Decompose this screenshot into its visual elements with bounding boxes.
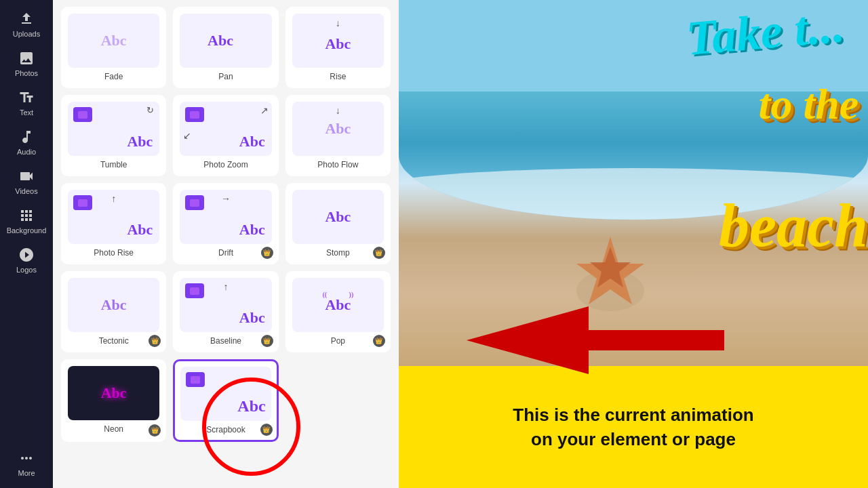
photozoom-arrow-icon: ↗ [260,105,269,116]
photozoom-photo-icon [185,107,204,122]
anim-name-neon: Neon [104,424,123,434]
animations-grid: Abc Fade Abc Pan ↓ Abc Rise [61,7,391,442]
anim-abc-drift: Abc [239,221,265,239]
anim-card-stomp[interactable]: Abc 👑 Stomp [285,183,391,264]
anim-card-neon[interactable]: Abc 👑 Neon [61,359,166,442]
anim-name-rise: Rise [330,72,346,81]
drift-crown-badge: 👑 [261,247,273,259]
anim-abc-rise: Abc [325,35,351,53]
baseline-arrow-icon: ↑ [223,281,228,292]
anim-abc-fade: Abc [101,32,127,49]
sidebar-logos-label: Logos [16,266,37,274]
anim-abc-pop: Abc (( )) [325,296,351,314]
neon-crown-badge: 👑 [149,424,161,436]
anim-name-photozoom: Photo Zoom [203,160,248,169]
anim-card-rise[interactable]: ↓ Abc Rise [285,7,391,88]
sidebar-item-videos[interactable]: Videos [2,163,51,201]
anim-name-tectonic: Tectonic [99,336,129,346]
anim-thumbnail-baseline: ↑ Abc [180,278,271,332]
animations-panel: Abc Fade Abc Pan ↓ Abc Rise [53,0,399,488]
photoflow-arrow-icon: ↓ [336,105,340,116]
canvas-text-to-the: to the [759,81,859,128]
anim-card-fade[interactable]: Abc Fade [61,7,166,88]
sidebar-item-more[interactable]: More [2,445,51,483]
sidebar: Uploads Photos Text Audio Videos Backgro… [0,0,53,488]
sidebar-background-label: Background [7,226,47,235]
more-icon [18,450,35,466]
anim-thumbnail-photoflow: ↓ Abc [292,102,384,156]
sidebar-item-uploads[interactable]: Uploads [2,5,51,43]
sidebar-item-text[interactable]: Text [2,84,51,122]
anim-card-baseline[interactable]: ↑ Abc 👑 Baseline [173,271,278,352]
anim-thumbnail-neon: Abc [68,366,159,420]
sidebar-item-audio[interactable]: Audio [2,123,51,161]
animations-grid-container: Abc Fade Abc Pan ↓ Abc Rise [53,0,399,488]
sidebar-audio-label: Audio [17,148,36,156]
photorise-arrow-icon: ↑ [111,193,116,204]
photorise-photo-icon [73,195,92,210]
tumble-rotate-icon: ↻ [146,105,154,115]
anim-abc-photorise: Abc [127,221,153,239]
anim-card-drift[interactable]: → Abc 👑 Drift [173,183,278,264]
anim-abc-photozoom: Abc [239,133,265,150]
videos-icon [18,168,35,184]
anim-abc-pan: Abc [208,32,233,49]
anim-card-pop[interactable]: Abc (( )) 👑 Pop [285,271,391,352]
anim-thumbnail-stomp: Abc [292,190,384,244]
anim-card-photorise[interactable]: ↑ Abc Photo Rise [61,183,166,264]
anim-thumbnail-rise: ↓ Abc [292,14,384,68]
upload-icon [18,11,35,27]
tumble-photo-icon [73,107,92,122]
anim-card-tectonic[interactable]: Abc 👑 Tectonic [61,271,166,352]
logos-icon [18,247,35,263]
anim-name-pan: Pan [218,72,233,81]
canvas-area: Take t... to the beach This is the curre… [399,0,868,488]
tectonic-crown-badge: 👑 [149,335,161,347]
sidebar-more-label: More [18,469,35,477]
anim-card-scrapbook[interactable]: Abc 👑 Scrapbook [173,359,278,442]
canvas-preview: Take t... to the beach [399,0,868,366]
photos-icon [18,50,35,66]
drift-arrow-icon: → [221,193,231,204]
anim-card-photozoom[interactable]: ↗ Abc ↙ Photo Zoom [173,95,278,176]
sidebar-uploads-label: Uploads [13,30,40,38]
anim-name-stomp: Stomp [326,248,350,258]
anim-name-photoflow: Photo Flow [317,160,358,169]
anim-abc-scrapbook: Abc [237,397,265,415]
canvas-text-beach: beach [719,190,868,260]
scrapbook-photo-icon [186,372,205,387]
anim-abc-neon: Abc [101,384,127,402]
anim-thumbnail-tumble: Abc ↻ [68,102,159,156]
photozoom-arrow-bl-icon: ↙ [183,130,191,141]
background-icon [18,207,35,224]
anim-name-tumble: Tumble [100,160,127,169]
anim-thumbnail-photozoom: ↗ Abc ↙ [180,102,271,156]
sidebar-videos-label: Videos [15,187,37,195]
anim-thumbnail-drift: → Abc [180,190,271,244]
anim-name-photorise: Photo Rise [94,248,134,258]
scrapbook-crown-badge: 👑 [260,424,273,436]
starfish-illustration [563,230,658,311]
anim-name-fade: Fade [104,72,123,81]
anim-abc-tumble: Abc [127,133,153,150]
baseline-photo-icon [185,283,204,298]
anim-thumbnail-fade: Abc [68,14,159,68]
anim-thumbnail-pan: Abc [180,14,271,68]
sidebar-item-logos[interactable]: Logos [2,241,51,279]
anim-thumbnail-tectonic: Abc [68,278,159,332]
sidebar-photos-label: Photos [15,69,38,77]
sidebar-item-photos[interactable]: Photos [2,45,51,83]
anim-name-pop: Pop [331,336,345,346]
anim-abc-baseline: Abc [239,309,265,327]
anim-thumbnail-photorise: ↑ Abc [68,190,159,244]
baseline-crown-badge: 👑 [261,335,273,347]
canvas-text-take: Take t... [684,1,846,63]
anim-thumbnail-pop: Abc (( )) [292,278,384,332]
anim-abc-tectonic: Abc [101,296,127,314]
anim-name-scrapbook: Scrapbook [206,425,245,434]
anim-card-photoflow[interactable]: ↓ Abc Photo Flow [285,95,391,176]
anim-card-tumble[interactable]: Abc ↻ Tumble [61,95,166,176]
sidebar-item-background[interactable]: Background [2,202,51,240]
anim-card-pan[interactable]: Abc Pan [173,7,278,88]
drift-photo-icon [185,195,204,210]
